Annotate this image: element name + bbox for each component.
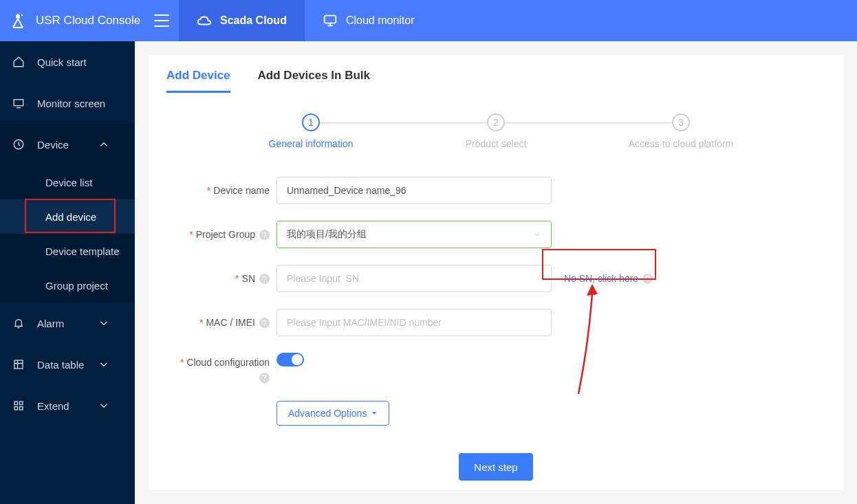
sidebar-sub-label: Add device bbox=[45, 211, 96, 223]
sn-input[interactable] bbox=[276, 265, 552, 292]
cloud-icon bbox=[197, 13, 212, 28]
sidebar-item-alarm[interactable]: Alarm bbox=[0, 303, 135, 344]
help-icon[interactable]: ? bbox=[259, 373, 270, 383]
app-title: USR Cloud Console bbox=[36, 14, 154, 28]
svg-rect-9 bbox=[20, 407, 23, 410]
sidebar-item-label: Quick start bbox=[37, 56, 87, 68]
svg-rect-5 bbox=[14, 360, 23, 369]
svg-rect-6 bbox=[14, 402, 18, 405]
sidebar-sub-label: Device template bbox=[45, 245, 120, 257]
header-tab-label: Scada Cloud bbox=[220, 14, 287, 27]
help-icon[interactable]: ? bbox=[259, 230, 270, 240]
tab-add-devices-bulk[interactable]: Add Devices In Bulk bbox=[258, 69, 370, 93]
step-number: 1 bbox=[302, 113, 320, 131]
main-content: Add Device Add Devices In Bulk 1 General… bbox=[135, 41, 857, 504]
row-project-group: *Project Group? 我的项目/我的分组 bbox=[166, 221, 825, 248]
no-sn-link[interactable]: No SN, click here? bbox=[564, 273, 653, 284]
device-name-input[interactable] bbox=[276, 177, 552, 204]
cloud-config-toggle[interactable] bbox=[276, 353, 304, 366]
tab-add-device[interactable]: Add Device bbox=[166, 69, 230, 93]
svg-rect-7 bbox=[20, 402, 23, 405]
step-general-information: 1 General information bbox=[249, 113, 373, 149]
help-icon[interactable]: ? bbox=[259, 318, 270, 328]
stepper: 1 General information 2 Product select 3… bbox=[249, 113, 743, 149]
sidebar: Quick start Monitor screen Device Device… bbox=[0, 41, 135, 504]
grid-icon bbox=[12, 399, 25, 412]
screen-icon bbox=[12, 97, 25, 109]
help-icon[interactable]: ? bbox=[642, 274, 653, 284]
chevron-down-icon bbox=[98, 399, 110, 412]
svg-point-1 bbox=[21, 14, 23, 16]
row-device-name: *Device name bbox=[166, 177, 825, 204]
sidebar-item-label: Data table bbox=[37, 359, 84, 371]
sidebar-sub-group-project[interactable]: Group project bbox=[0, 268, 135, 303]
svg-rect-8 bbox=[14, 407, 18, 410]
select-value: 我的项目/我的分组 bbox=[287, 228, 367, 241]
sidebar-sub-device-list[interactable]: Device list bbox=[0, 165, 135, 199]
label-device-name: *Device name bbox=[166, 185, 270, 196]
header-logo-block: USR Cloud Console bbox=[0, 0, 179, 41]
mac-input[interactable] bbox=[276, 309, 552, 336]
card: Add Device Add Devices In Bulk 1 General… bbox=[149, 55, 843, 490]
chevron-up-icon bbox=[98, 138, 110, 151]
sidebar-item-device[interactable]: Device bbox=[0, 124, 135, 165]
project-group-select[interactable]: 我的项目/我的分组 bbox=[276, 221, 552, 248]
monitor-icon bbox=[323, 13, 338, 28]
sidebar-item-extend[interactable]: Extend bbox=[0, 385, 135, 426]
row-mac: *MAC / IMEI? bbox=[166, 309, 825, 336]
step-number: 3 bbox=[672, 113, 690, 131]
clock-icon bbox=[12, 138, 25, 151]
chevron-down-icon bbox=[533, 230, 541, 239]
help-icon[interactable]: ? bbox=[259, 274, 270, 284]
step-number: 2 bbox=[487, 113, 505, 131]
sidebar-sub-device-template[interactable]: Device template bbox=[0, 234, 135, 268]
label-sn: *SN? bbox=[166, 273, 270, 285]
sidebar-item-label: Device bbox=[37, 139, 69, 151]
header-tab-label: Cloud monitor bbox=[346, 14, 415, 27]
hamburger-icon[interactable] bbox=[154, 14, 169, 27]
label-project-group: *Project Group? bbox=[166, 229, 270, 241]
header-tab-scada-cloud[interactable]: Scada Cloud bbox=[179, 0, 305, 41]
label-mac: *MAC / IMEI? bbox=[166, 317, 270, 329]
advanced-options-label: Advanced Options bbox=[288, 408, 367, 419]
sidebar-sub-label: Device list bbox=[45, 177, 92, 188]
step-product-select: 2 Product select bbox=[434, 113, 558, 149]
sidebar-item-label: Monitor screen bbox=[37, 98, 105, 109]
chevron-down-icon bbox=[98, 317, 110, 329]
header-tab-cloud-monitor[interactable]: Cloud monitor bbox=[305, 0, 433, 41]
row-cloud-config: *Cloud configuration? bbox=[166, 353, 825, 384]
sidebar-sub-label: Group project bbox=[45, 280, 108, 292]
sidebar-item-quick-start[interactable]: Quick start bbox=[0, 41, 135, 83]
step-label: Access to cloud platform bbox=[629, 138, 734, 149]
step-label: Product select bbox=[466, 138, 527, 149]
svg-rect-3 bbox=[14, 100, 23, 106]
chevron-down-icon bbox=[98, 358, 110, 371]
home-icon bbox=[12, 56, 25, 68]
sidebar-item-label: Alarm bbox=[37, 318, 64, 329]
sidebar-item-data-table[interactable]: Data table bbox=[0, 344, 135, 385]
next-step-button[interactable]: Next step bbox=[459, 453, 532, 481]
row-sn: *SN? No SN, click here? bbox=[166, 265, 825, 292]
step-label: General information bbox=[269, 138, 354, 149]
svg-rect-2 bbox=[325, 16, 336, 23]
label-cloud-config: *Cloud configuration? bbox=[166, 353, 270, 384]
sidebar-item-monitor-screen[interactable]: Monitor screen bbox=[0, 83, 135, 124]
caret-down-icon bbox=[371, 410, 378, 417]
app-logo-icon bbox=[10, 12, 26, 30]
advanced-options-button[interactable]: Advanced Options bbox=[276, 401, 389, 426]
sidebar-group-device: Device Device list Add device Device tem… bbox=[0, 124, 135, 303]
sidebar-item-label: Extend bbox=[37, 400, 69, 412]
step-access-cloud: 3 Access to cloud platform bbox=[619, 113, 743, 149]
sidebar-sub-add-device[interactable]: Add device bbox=[0, 199, 135, 234]
table-icon bbox=[12, 358, 25, 371]
bell-icon bbox=[12, 317, 25, 329]
